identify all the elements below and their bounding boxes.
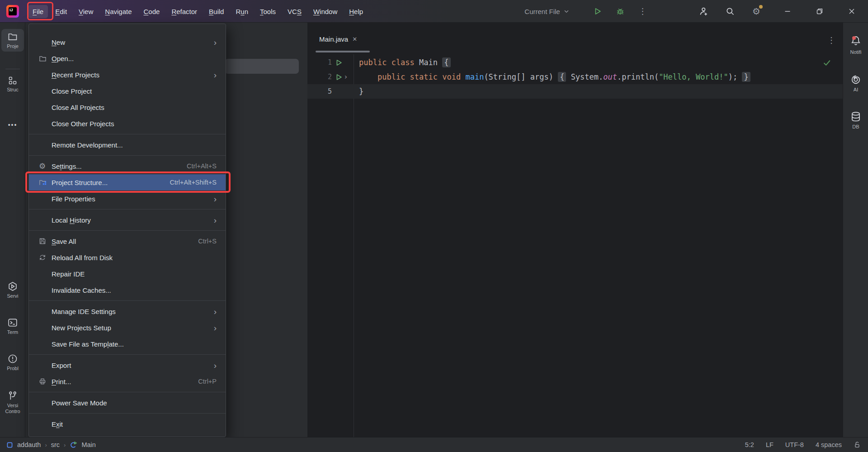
menu-navigate[interactable]: Navigate: [100, 5, 136, 18]
submenu-arrow-icon: ›: [214, 361, 217, 370]
gutter: 2›: [307, 73, 354, 81]
menu-tools[interactable]: Tools: [255, 5, 280, 18]
line-number: 5: [307, 87, 332, 95]
code-line[interactable]: 1public class Main {: [307, 55, 843, 70]
menu-item-new-projects-setup[interactable]: New Projects Setup ›: [29, 319, 226, 336]
tool-services-button[interactable]: Servi: [1, 279, 24, 301]
menu-item-settings[interactable]: ⚙ Settings... Ctrl+Alt+S: [29, 158, 226, 174]
file-encoding[interactable]: UTF-8: [785, 441, 804, 448]
editor-tab-bar: Main.java ✕ ⋮: [307, 23, 843, 53]
tool-structure-button[interactable]: Struc: [1, 73, 24, 95]
run-configuration-selector[interactable]: Current File: [520, 0, 574, 23]
code-text: }: [354, 87, 363, 96]
file-menu-popup: New › Open... Recent Projects › Close Pr…: [28, 24, 226, 437]
menu-separator: [29, 134, 226, 134]
more-actions-button[interactable]: ⋮: [634, 0, 652, 23]
code-line[interactable]: 5}: [307, 84, 843, 99]
tool-ai-assistant-button[interactable]: AI: [844, 71, 867, 95]
run-config-label: Current File: [524, 8, 560, 15]
menu-item-repair-ide[interactable]: Repair IDE: [29, 266, 226, 282]
right-tool-stripe: Notifi AI DB: [843, 23, 868, 437]
play-icon: [594, 7, 602, 15]
tab-main-java[interactable]: Main.java ✕: [315, 29, 362, 49]
menu-help[interactable]: Help: [344, 5, 368, 18]
menu-item-close-all-projects[interactable]: Close All Projects: [29, 99, 226, 115]
menu-separator: [29, 354, 226, 355]
restore-icon: [816, 8, 823, 15]
tab-options-button[interactable]: ⋮: [827, 35, 835, 45]
menu-edit[interactable]: Edit: [51, 5, 71, 18]
code-line[interactable]: 2› public static void main(String[] args…: [307, 70, 843, 84]
fold-arrow-icon[interactable]: ›: [344, 73, 348, 81]
menu-item-close-project[interactable]: Close Project: [29, 83, 226, 99]
menu-separator: [29, 413, 226, 414]
services-icon: [8, 281, 18, 291]
project-tree-selected-row[interactable]: [225, 59, 299, 74]
menu-item-project-structure[interactable]: Project Structure... Ctrl+Alt+Shift+S: [29, 174, 226, 190]
menu-run[interactable]: Run: [231, 5, 253, 18]
menu-vcs[interactable]: VCS: [283, 5, 306, 18]
run-line-icon[interactable]: [335, 59, 342, 66]
menu-item-save-all[interactable]: Save All Ctrl+S: [29, 233, 226, 249]
menu-item-file-properties[interactable]: File Properties ›: [29, 190, 226, 207]
gutter-separator: [354, 54, 354, 437]
menu-item-manage-ide-settings[interactable]: Manage IDE Settings ›: [29, 303, 226, 319]
main-menu-bar: File Edit View Navigate Code Refactor Bu…: [28, 0, 368, 23]
tool-project-button[interactable]: Proje: [1, 29, 24, 52]
menu-refactor[interactable]: Refactor: [167, 5, 202, 18]
tab-close-icon[interactable]: ✕: [352, 36, 357, 43]
menu-item-recent-projects[interactable]: Recent Projects ›: [29, 67, 226, 83]
submenu-arrow-icon: ›: [214, 307, 217, 316]
minimize-button[interactable]: [774, 0, 801, 23]
menu-item-close-other-projects[interactable]: Close Other Projects: [29, 115, 226, 132]
menu-item-power-save-mode[interactable]: Power Save Mode: [29, 395, 226, 411]
structure-icon: [8, 76, 17, 85]
notification-badge: [852, 36, 856, 40]
menu-item-reload-all[interactable]: Reload All from Disk: [29, 249, 226, 266]
menu-item-export[interactable]: Export ›: [29, 357, 226, 373]
unlocked-icon[interactable]: [854, 441, 861, 448]
run-button[interactable]: [589, 0, 607, 23]
search-everywhere-button[interactable]: [720, 0, 741, 23]
menu-window[interactable]: Window: [309, 5, 342, 18]
indent-style[interactable]: 4 spaces: [816, 441, 842, 448]
debug-button[interactable]: [611, 0, 629, 23]
line-separator[interactable]: LF: [766, 441, 774, 448]
settings-button[interactable]: ⚙: [746, 0, 767, 23]
close-window-button[interactable]: [838, 0, 866, 23]
breadcrumb-class[interactable]: Main: [81, 441, 95, 448]
submenu-arrow-icon: ›: [214, 324, 217, 332]
breadcrumb-project[interactable]: addauth: [17, 441, 41, 448]
bug-icon: [616, 7, 624, 15]
run-line-icon[interactable]: [335, 74, 342, 81]
menu-item-local-history[interactable]: Local History ›: [29, 212, 226, 228]
line-number: 1: [307, 58, 332, 67]
code-with-me-button[interactable]: [693, 0, 713, 23]
menu-item-open[interactable]: Open...: [29, 50, 226, 67]
breadcrumb-folder[interactable]: src: [51, 441, 60, 448]
submenu-arrow-icon: ›: [214, 216, 217, 224]
stripe-divider: [5, 69, 20, 69]
menu-view[interactable]: View: [74, 5, 98, 18]
tool-problems-button[interactable]: Probl: [1, 351, 24, 374]
close-icon: [848, 8, 855, 15]
menu-item-exit[interactable]: Exit: [29, 416, 226, 432]
menu-item-remote-development[interactable]: Remote Development...: [29, 137, 226, 153]
menu-file[interactable]: File: [28, 5, 48, 18]
submenu-arrow-icon: ›: [214, 71, 217, 79]
tool-database-button[interactable]: DB: [844, 109, 867, 132]
stripe-more-button[interactable]: •••: [1, 119, 24, 131]
menu-item-print[interactable]: Print... Ctrl+P: [29, 373, 226, 390]
menu-item-new[interactable]: New ›: [29, 34, 226, 50]
caret-position[interactable]: 5:2: [745, 441, 754, 448]
tool-version-control-button[interactable]: Versi Contro: [1, 388, 24, 417]
tool-notifications-button[interactable]: Notifi: [844, 33, 867, 57]
restore-button[interactable]: [806, 0, 833, 23]
left-tool-stripe: Proje Struc ••• Servi Term Probl Versi C…: [0, 23, 25, 437]
menu-item-invalidate-caches[interactable]: Invalidate Caches...: [29, 282, 226, 298]
tool-terminal-button[interactable]: Term: [1, 315, 24, 338]
menu-build[interactable]: Build: [204, 5, 228, 18]
menu-code[interactable]: Code: [139, 5, 165, 18]
menu-item-save-file-as-template[interactable]: Save File as Template...: [29, 336, 226, 352]
editor-area[interactable]: Main.java ✕ ⋮ 1public class Main {2› pub…: [307, 23, 843, 437]
